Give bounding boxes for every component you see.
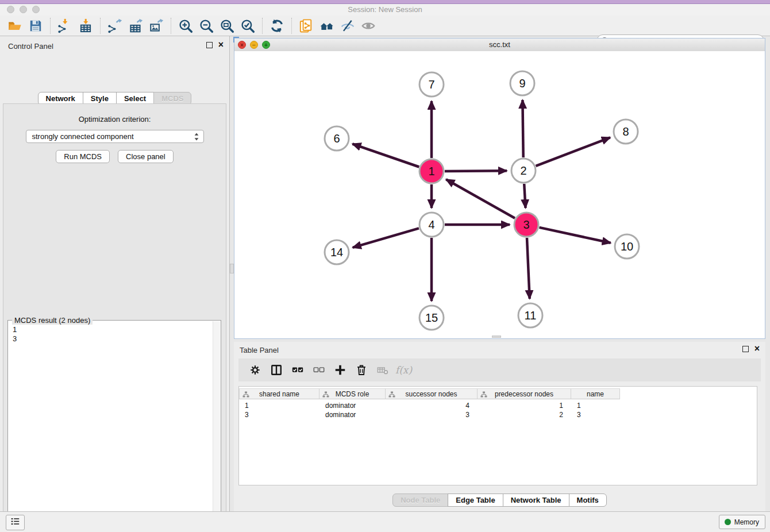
delete-column-icon[interactable] bbox=[351, 360, 372, 380]
refresh-layout-icon[interactable] bbox=[267, 17, 287, 35]
close-panel-icon[interactable]: × bbox=[218, 41, 224, 48]
cell-name[interactable]: 3 bbox=[571, 411, 620, 419]
task-history-button[interactable] bbox=[6, 515, 25, 530]
tab-network-table[interactable]: Network Table bbox=[503, 494, 569, 507]
node-6[interactable]: 6 bbox=[325, 126, 349, 151]
close-panel-button[interactable]: Close panel bbox=[118, 150, 174, 163]
memory-status-icon bbox=[725, 519, 731, 525]
edge-3-1[interactable] bbox=[446, 179, 515, 218]
column-header-shared-name[interactable]: shared name bbox=[239, 388, 319, 399]
tab-motifs[interactable]: Motifs bbox=[569, 494, 607, 507]
save-session-icon[interactable] bbox=[25, 17, 46, 35]
import-table-icon[interactable] bbox=[75, 17, 96, 35]
node-9[interactable]: 9 bbox=[510, 71, 534, 95]
minimize-window-button[interactable] bbox=[20, 6, 27, 13]
deselect-all-icon[interactable] bbox=[308, 360, 329, 380]
edge-2-3[interactable] bbox=[524, 184, 525, 208]
float-table-panel-icon[interactable] bbox=[742, 346, 749, 352]
result-scrollbar[interactable] bbox=[213, 321, 220, 532]
canvas-splitter-handle[interactable] bbox=[492, 336, 501, 338]
node-table-rows: 1dominator4113dominator323 bbox=[239, 399, 757, 419]
edge-4-14[interactable] bbox=[353, 228, 419, 248]
toolbar-separator bbox=[50, 18, 51, 34]
close-table-panel-icon[interactable]: × bbox=[754, 345, 760, 352]
cell-shared-name[interactable]: 3 bbox=[239, 411, 319, 419]
tab-node-table[interactable]: Node Table bbox=[392, 494, 448, 507]
maximize-view-button[interactable]: + bbox=[262, 41, 270, 49]
node-1[interactable]: 1 bbox=[419, 159, 444, 183]
tab-edge-table[interactable]: Edge Table bbox=[448, 494, 503, 507]
zoom-selected-icon[interactable] bbox=[237, 17, 258, 35]
cell-name[interactable]: 1 bbox=[571, 402, 620, 410]
node-7[interactable]: 7 bbox=[419, 72, 444, 97]
minimize-view-button[interactable]: − bbox=[250, 41, 258, 49]
hierarchy-icon bbox=[388, 391, 395, 400]
run-mcds-button[interactable]: Run MCDS bbox=[56, 150, 110, 163]
node-15[interactable]: 15 bbox=[419, 306, 444, 330]
select-all-icon[interactable] bbox=[287, 360, 308, 380]
column-header-mcds-role[interactable]: MCDS role bbox=[319, 388, 386, 399]
show-eye-icon[interactable] bbox=[358, 17, 379, 35]
import-network-icon[interactable] bbox=[55, 17, 75, 35]
table-panel-tabs: Node TableEdge TableNetwork TableMotifs bbox=[234, 494, 765, 507]
criterion-select[interactable]: strongly connected component bbox=[26, 130, 204, 143]
edge-1-6[interactable] bbox=[352, 144, 419, 167]
close-view-button[interactable]: × bbox=[238, 41, 246, 49]
toolbar-separator bbox=[291, 18, 292, 34]
home-layout-icon[interactable] bbox=[317, 17, 337, 35]
export-network-icon[interactable] bbox=[105, 17, 125, 35]
cell-successor-nodes[interactable]: 3 bbox=[386, 411, 478, 419]
cell-shared-name[interactable]: 1 bbox=[239, 402, 319, 410]
node-2[interactable]: 2 bbox=[511, 159, 536, 183]
edge-2-9[interactable] bbox=[522, 100, 523, 157]
window-controls[interactable] bbox=[7, 6, 40, 13]
zoom-out-icon[interactable] bbox=[196, 17, 217, 35]
export-image-icon[interactable] bbox=[146, 17, 167, 35]
open-session-icon[interactable] bbox=[5, 17, 25, 35]
window-accent-strip bbox=[0, 0, 770, 4]
control-panel-title: Control Panel bbox=[8, 42, 53, 51]
node-4[interactable]: 4 bbox=[419, 213, 444, 237]
column-header-predecessor-nodes[interactable]: predecessor nodes bbox=[478, 388, 571, 399]
edge-3-10[interactable] bbox=[540, 228, 611, 243]
table-row[interactable]: 1dominator411 bbox=[239, 401, 757, 410]
network-canvas[interactable]: 1234678910111415 bbox=[234, 51, 765, 338]
table-options-icon[interactable] bbox=[244, 360, 265, 380]
edge-3-11[interactable] bbox=[527, 238, 530, 299]
hide-details-icon[interactable] bbox=[337, 17, 358, 35]
float-panel-icon[interactable] bbox=[206, 42, 213, 48]
cell-mcds-role[interactable]: dominator bbox=[319, 411, 386, 419]
svg-text:6: 6 bbox=[333, 132, 340, 145]
mcds-panel: Optimization criterion: strongly connect… bbox=[3, 103, 226, 532]
zoom-window-button[interactable] bbox=[32, 6, 40, 13]
cell-predecessor-nodes[interactable]: 1 bbox=[478, 402, 571, 410]
edge-2-8[interactable] bbox=[536, 137, 610, 165]
node-10[interactable]: 10 bbox=[615, 234, 639, 259]
main-toolbar bbox=[0, 16, 770, 36]
column-header-successor-nodes[interactable]: successor nodes bbox=[386, 388, 478, 399]
panel-splitter-handle[interactable] bbox=[230, 264, 234, 273]
network-file-title: scc.txt bbox=[234, 38, 765, 51]
node-11[interactable]: 11 bbox=[518, 303, 542, 327]
network-file-icon[interactable] bbox=[296, 17, 317, 35]
memory-button[interactable]: Memory bbox=[719, 515, 765, 529]
column-header-name[interactable]: name bbox=[571, 388, 620, 399]
node-14[interactable]: 14 bbox=[325, 240, 349, 264]
close-window-button[interactable] bbox=[7, 6, 14, 13]
task-list-icon bbox=[10, 517, 20, 528]
zoom-fit-icon[interactable] bbox=[217, 17, 237, 35]
column-manager-icon[interactable] bbox=[265, 360, 287, 380]
status-bar: Memory bbox=[0, 511, 770, 532]
table-row[interactable]: 3dominator323 bbox=[239, 410, 757, 419]
control-panel: Control Panel × NetworkStyleSelectMCDS O… bbox=[0, 36, 230, 511]
zoom-in-icon[interactable] bbox=[175, 17, 196, 35]
add-column-icon[interactable] bbox=[329, 360, 351, 380]
cell-successor-nodes[interactable]: 4 bbox=[386, 402, 478, 410]
node-3[interactable]: 3 bbox=[514, 213, 538, 237]
export-table-icon[interactable] bbox=[125, 17, 146, 35]
edge-1-2[interactable] bbox=[445, 171, 507, 171]
cell-predecessor-nodes[interactable]: 2 bbox=[478, 411, 571, 419]
cell-mcds-role[interactable]: dominator bbox=[319, 402, 386, 410]
node-8[interactable]: 8 bbox=[614, 119, 638, 144]
mcds-result-title: MCDS result (2 nodes) bbox=[12, 316, 93, 325]
